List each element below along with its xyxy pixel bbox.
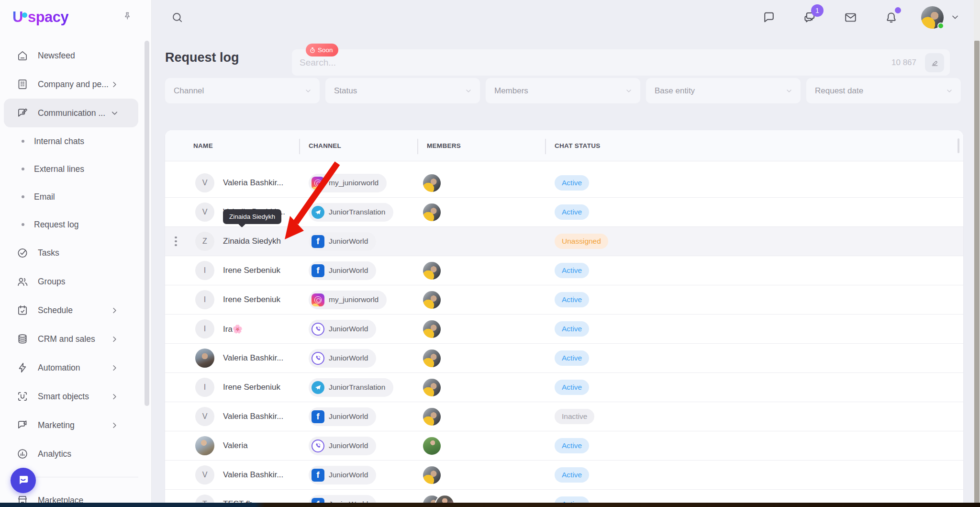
contact-name[interactable]: Valeria Bashkir... [223, 470, 283, 480]
table-row-valeria-bashkir[interactable]: VValeria Bashkir...my_juniorworldActive [165, 169, 963, 198]
table-row-valeria-bashkir[interactable]: Valeria Bashkir...JuniorWorldActive [165, 344, 963, 373]
status-badge-active: Active [555, 263, 589, 278]
column-header-members[interactable]: MEMBERS [427, 142, 555, 149]
notifications-bell-icon[interactable] [884, 11, 898, 24]
table-row-irene-serbeniuk[interactable]: IIrene SerbeniukfJuniorWorldActive [165, 256, 963, 285]
member-avatar[interactable] [422, 203, 442, 222]
column-header-name[interactable]: NAME [193, 142, 309, 149]
sidebar-item-analytics[interactable]: Analytics [4, 439, 138, 468]
mail-icon[interactable] [844, 11, 858, 24]
search-input[interactable] [300, 57, 891, 68]
sidebar-item-groups[interactable]: Groups [4, 267, 138, 296]
contact-name[interactable]: Valeria Bashkir... [223, 412, 283, 421]
profile-chevron-down-icon[interactable] [950, 12, 960, 22]
contact-name[interactable]: Valeria Bashkir... [223, 353, 283, 363]
member-avatar[interactable] [422, 261, 442, 281]
contact-name[interactable]: Irene Serbeniuk [223, 383, 280, 392]
contact-name[interactable]: Irene Serbeniuk [223, 266, 280, 275]
channel-chip-facebook[interactable]: fJuniorWorld [309, 261, 376, 280]
filter-status[interactable]: Status [325, 78, 480, 103]
table-row-zinaida-siedykh[interactable]: ZZinaida SiedykhfJuniorWorldUnassigned [165, 227, 963, 256]
column-header-channel[interactable]: CHANNEL [309, 142, 427, 149]
channel-chip-viber[interactable]: JuniorWorld [309, 349, 376, 368]
sidebar: Uspacy NewsfeedCompany and pe...Communic… [0, 0, 152, 507]
table-row-valeria-bashkir[interactable]: VValeria Bashkir...fJuniorWorldActive [165, 461, 963, 490]
column-header-chat-status[interactable]: CHAT STATUS [555, 142, 963, 149]
chat-icon[interactable] [762, 11, 776, 24]
contact-avatar: V [195, 173, 214, 192]
contact-name[interactable]: Valeria [223, 441, 248, 451]
sidebar-scrollbar[interactable] [145, 41, 149, 406]
channel-chip-facebook[interactable]: fJuniorWorld [309, 466, 376, 484]
sidebar-item-automation[interactable]: Automation [4, 353, 138, 382]
notification-dot [895, 7, 901, 13]
sidebar-item-newsfeed[interactable]: Newsfeed [4, 41, 138, 70]
member-avatar[interactable] [422, 319, 442, 339]
table-row-valeria-bashkir[interactable]: VValeria Bashkir...fJuniorWorldInactive [165, 402, 963, 431]
table-row-valeriia-bashkir[interactable]: VValeriia Bashkir...JuniorTranslationAct… [165, 198, 963, 227]
sidebar-item-request-log[interactable]: Request log [4, 211, 138, 238]
page-scroll-thumb[interactable] [974, 41, 980, 507]
global-search-icon[interactable] [171, 11, 184, 24]
filter-request-date[interactable]: Request date [806, 78, 961, 103]
sidebar-item-marketing[interactable]: Marketing [4, 411, 138, 439]
support-chat-launcher[interactable] [11, 468, 36, 493]
contact-name[interactable]: Zinaida Siedykh [223, 237, 281, 246]
channel-chip-viber[interactable]: JuniorWorld [309, 437, 376, 455]
contact-name[interactable]: Valeria Bashkir... [223, 178, 283, 188]
channel-chip-viber[interactable]: JuniorWorld [309, 320, 376, 338]
bullet-icon [22, 195, 24, 198]
filter-label: Base entity [655, 86, 695, 96]
channel-chip-facebook[interactable]: fJuniorWorld [309, 407, 376, 426]
table-row-ira[interactable]: IIra🌸JuniorWorldActive [165, 315, 963, 344]
channel-chip-telegram[interactable]: JuniorTranslation [309, 378, 393, 397]
status-badge-unassigned: Unassigned [555, 234, 608, 249]
sidebar-item-email[interactable]: Email [4, 183, 138, 211]
member-avatar[interactable] [422, 378, 442, 397]
group-chats-icon[interactable]: 1 [802, 10, 817, 24]
status-badge-active: Active [555, 438, 589, 453]
table-row-irene-serbeniuk[interactable]: IIrene SerbeniukJuniorTranslationActive [165, 373, 963, 402]
pin-sidebar-icon[interactable] [122, 11, 133, 22]
sidebar-item-label: Groups [38, 277, 65, 287]
name-cell: IIra🌸 [193, 319, 309, 338]
bullet-icon [22, 140, 24, 143]
page-scrollbar[interactable] [974, 0, 980, 507]
sidebar-item-tasks[interactable]: Tasks [4, 238, 138, 267]
clear-search-button[interactable] [925, 53, 944, 72]
member-avatar[interactable] [422, 407, 442, 427]
sidebar-item-label: Tasks [38, 248, 59, 258]
sidebar-item-label: Marketing [38, 420, 75, 430]
member-avatar[interactable] [422, 465, 442, 485]
sidebar-item-external-lines[interactable]: External lines [4, 155, 138, 183]
kebab-menu-icon[interactable] [175, 237, 177, 247]
filter-members[interactable]: Members [486, 78, 640, 103]
stopwatch-icon [309, 47, 316, 54]
member-avatar[interactable] [422, 290, 442, 310]
filter-base-entity[interactable]: Base entity [646, 78, 801, 103]
contact-name[interactable]: Irene Serbeniuk [223, 295, 280, 304]
filter-channel[interactable]: Channel [165, 78, 320, 103]
channel-chip-instagram[interactable]: my_juniorworld [309, 291, 387, 309]
member-avatar[interactable] [422, 436, 442, 456]
channel-chip-instagram[interactable]: my_juniorworld [309, 174, 387, 192]
sidebar-item-company-and-pe[interactable]: Company and pe... [4, 70, 138, 99]
contact-name[interactable]: Ira🌸 [223, 324, 243, 334]
sidebar-item-internal-chats[interactable]: Internal chats [4, 127, 138, 155]
chat-status-cell: Active [555, 350, 963, 366]
name-cell: ZZinaida Siedykh [193, 232, 309, 251]
member-avatar[interactable] [422, 349, 442, 368]
uspacy-logo[interactable]: Uspacy [12, 9, 68, 26]
member-avatar[interactable] [422, 173, 442, 193]
contact-avatar [195, 436, 214, 455]
sidebar-item-schedule[interactable]: Schedule [4, 296, 138, 325]
sidebar-item-crm-and-sales[interactable]: CRM and sales [4, 325, 138, 353]
channel-cell: fJuniorWorld [309, 261, 427, 280]
user-avatar[interactable] [921, 6, 944, 29]
sidebar-item-communication[interactable]: Communication ... [4, 99, 138, 127]
table-row-valeria[interactable]: ValeriaJuniorWorldActive [165, 431, 963, 461]
channel-chip-telegram[interactable]: JuniorTranslation [309, 203, 393, 222]
channel-chip-facebook[interactable]: fJuniorWorld [309, 232, 376, 251]
sidebar-item-smart-objects[interactable]: Smart objects [4, 382, 138, 411]
table-row-irene-serbeniuk[interactable]: IIrene Serbeniukmy_juniorworldActive [165, 285, 963, 315]
